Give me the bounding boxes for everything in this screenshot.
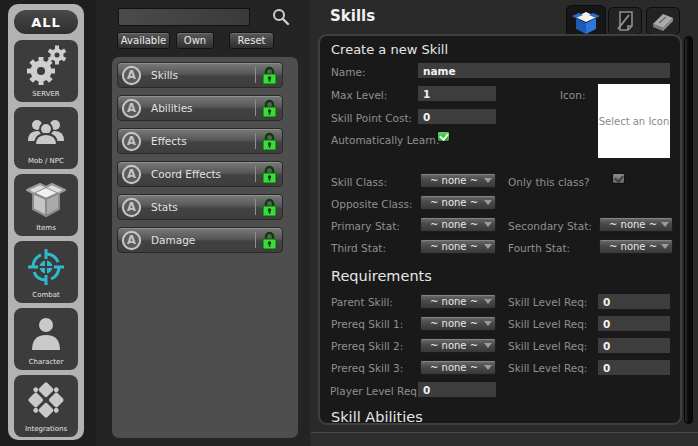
gears-icon [24, 44, 68, 92]
only-this-class-checkbox[interactable] [612, 173, 625, 184]
requirement-row: Prereq Skill 2: ~ none ~ Skill Level Req… [318, 338, 684, 355]
skill-level-req-input[interactable] [598, 338, 670, 353]
list-item-effects[interactable]: A Effects [117, 128, 283, 154]
fourth-stat-label: Fourth Stat: [508, 242, 570, 254]
dropdown-value: ~ none ~ [609, 241, 657, 252]
opposite-class-dropdown[interactable]: ~ none ~ [420, 195, 496, 210]
prereq-skill-3-dropdown[interactable]: ~ none ~ [420, 360, 496, 375]
chevron-down-icon [484, 200, 492, 205]
list-item-label: Abilities [151, 102, 255, 114]
button-label: Own [184, 35, 206, 46]
primary-stat-dropdown[interactable]: ~ none ~ [420, 217, 496, 232]
own-button[interactable]: Own [176, 32, 214, 49]
skill-level-req-input[interactable] [598, 316, 670, 331]
name-input[interactable] [418, 63, 670, 78]
dropdown-value: ~ none ~ [430, 241, 478, 252]
sidebar-item-items[interactable]: Items [14, 174, 78, 236]
target-icon [24, 245, 68, 293]
eraser-icon [651, 10, 675, 32]
secondary-stat-dropdown[interactable]: ~ none ~ [599, 217, 673, 232]
divider [255, 100, 256, 116]
prereq-skill-1-label: Prereq Skill 1: [331, 318, 403, 330]
player-level-req-input[interactable] [418, 382, 496, 397]
requirement-row: Prereq Skill 3: ~ none ~ Skill Level Req… [318, 360, 684, 377]
search-input[interactable] [118, 8, 250, 26]
skill-point-cost-input[interactable] [418, 109, 496, 124]
secondary-stat-label: Secondary Stat: [508, 220, 592, 232]
icon-select-box[interactable]: Select an Icon [598, 84, 670, 158]
section-heading-requirements: Requirements [331, 268, 432, 284]
sidebar-item-server[interactable]: SERVER [14, 40, 78, 102]
lock-icon[interactable] [262, 165, 277, 184]
people-icon [24, 111, 68, 159]
list-item-abilities[interactable]: A Abilities [117, 95, 283, 121]
icon-placeholder: Select an Icon [599, 116, 670, 127]
primary-stat-label: Primary Stat: [331, 220, 400, 232]
available-button[interactable]: Available [117, 32, 170, 49]
chevron-down-icon [484, 343, 492, 348]
third-stat-dropdown[interactable]: ~ none ~ [420, 239, 496, 254]
lock-icon[interactable] [262, 66, 277, 85]
dropdown-value: ~ none ~ [430, 197, 478, 208]
sidebar-item-combat[interactable]: Combat [14, 241, 78, 303]
chevron-down-icon [661, 222, 669, 227]
list-item-stats[interactable]: A Stats [117, 194, 283, 220]
skill-level-req-label: Skill Level Req: [508, 362, 587, 374]
reset-button[interactable]: Reset [229, 32, 274, 49]
all-label: ALL [31, 15, 61, 30]
opposite-class-label: Opposite Class: [331, 198, 412, 210]
parent-skill-dropdown[interactable]: ~ none ~ [420, 294, 496, 309]
svg-text:A: A [127, 101, 136, 115]
prereq-skill-1-dropdown[interactable]: ~ none ~ [420, 316, 496, 331]
section-heading-create: Create a new Skill [331, 42, 448, 57]
player-level-req-label: Player Level Req: [330, 385, 421, 397]
lock-icon[interactable] [262, 198, 277, 217]
tab-edit[interactable] [608, 7, 642, 35]
button-label: Reset [238, 35, 266, 46]
lock-icon[interactable] [262, 132, 277, 151]
lock-icon[interactable] [262, 99, 277, 118]
skill-level-req-input[interactable] [598, 360, 670, 375]
svg-text:A: A [127, 134, 136, 148]
sidebar-item-character[interactable]: Character [14, 308, 78, 370]
list-item-damage[interactable]: A Damage [117, 227, 283, 253]
sidebar-item-mob-npc[interactable]: Mob / NPC [14, 107, 78, 169]
horizontal-scrollbar[interactable] [311, 432, 698, 446]
skill-class-dropdown[interactable]: ~ none ~ [420, 173, 496, 188]
svg-text:A: A [127, 68, 136, 82]
divider [255, 232, 256, 248]
divider [255, 67, 256, 83]
list-item-label: Effects [151, 135, 255, 147]
ability-circle-icon: A [121, 131, 142, 152]
search-icon[interactable] [271, 7, 291, 27]
skill-level-req-input[interactable] [598, 294, 670, 309]
divider [255, 166, 256, 182]
max-level-label: Max Level: [331, 89, 387, 101]
tab-erase[interactable] [646, 7, 680, 35]
chevron-down-icon [484, 178, 492, 183]
tab-create[interactable] [566, 5, 606, 37]
ability-circle-icon: A [121, 230, 142, 251]
sidebar-item-all[interactable]: ALL [14, 10, 78, 34]
ability-circle-icon: A [121, 164, 142, 185]
list-item-skills[interactable]: A Skills [117, 62, 283, 88]
name-label: Name: [331, 66, 366, 78]
sidebar-item-integrations[interactable]: Integrations [14, 375, 78, 437]
prereq-skill-2-dropdown[interactable]: ~ none ~ [420, 338, 496, 353]
parent-skill-label: Parent Skill: [331, 296, 393, 308]
lock-icon[interactable] [262, 231, 277, 250]
vertical-scrollbar[interactable] [684, 36, 693, 424]
button-label: Available [121, 35, 166, 46]
auto-learn-label: Automatically Learn: [331, 134, 440, 146]
prereq-skill-2-label: Prereq Skill 2: [331, 340, 403, 352]
dropdown-value: ~ none ~ [430, 340, 478, 351]
list-item-coord-effects[interactable]: A Coord Effects [117, 161, 283, 187]
prereq-skill-3-label: Prereq Skill 3: [331, 362, 403, 374]
chevron-down-icon [484, 321, 492, 326]
list-item-label: Damage [151, 234, 255, 246]
max-level-input[interactable] [418, 86, 496, 101]
svg-text:A: A [127, 233, 136, 247]
skill-class-label: Skill Class: [331, 176, 387, 188]
fourth-stat-dropdown[interactable]: ~ none ~ [599, 239, 673, 254]
auto-learn-checkbox[interactable] [437, 131, 450, 142]
